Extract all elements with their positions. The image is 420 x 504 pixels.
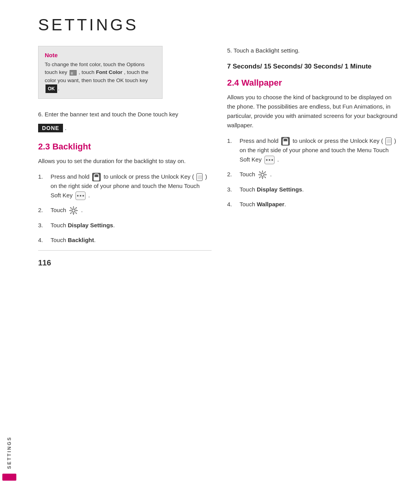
wall-step1-text-a: Press and hold — [240, 137, 278, 144]
wallpaper-step-3: 3. Touch Display Settings. — [227, 185, 401, 194]
wall-step-4-content: Touch Wallpaper. — [240, 200, 401, 209]
unlock-key-icon-wall-1: ⬜ — [385, 137, 392, 145]
page-title: SETTINGS — [38, 16, 401, 34]
options-menu-icon — [70, 70, 77, 76]
backlight-steps: 1. Press and hold — [38, 172, 212, 245]
step6-text: 6. Enter the banner text and touch the D… — [38, 110, 212, 119]
svg-point-2 — [72, 209, 75, 212]
step3-text-pre: Touch — [51, 222, 68, 228]
section-24-heading: 2.4 Wallpaper — [227, 78, 401, 88]
step6-label: 6. Enter the banner text and touch the D… — [38, 111, 178, 118]
menu-dots-icon-wall-1 — [264, 156, 275, 164]
section-24-description: Allows you to choose the kind of backgro… — [227, 93, 401, 130]
step2-text: Touch — [51, 207, 66, 213]
wall-step-num-1: 1. — [227, 136, 238, 146]
wallpaper-step-1: 1. Press and hold — [227, 136, 401, 164]
step1-text-b: to unlock or press the Unlock Key ( — [103, 173, 194, 180]
svg-point-6 — [261, 173, 264, 176]
wall-step1-text-b: to unlock or press the Unlock Key ( — [292, 137, 383, 144]
main-content: SETTINGS Note To change the font color, … — [19, 0, 420, 504]
col-left: Note To change the font color, touch the… — [38, 46, 212, 488]
step4-text-bold: Backlight — [68, 237, 94, 243]
sidebar: SETTINGS — [0, 0, 19, 504]
wall-step-2-content: Touch . — [240, 170, 401, 179]
section-23-description: Allows you to set the duration for the b… — [38, 156, 212, 166]
wallpaper-steps: 1. Press and hold — [227, 136, 401, 209]
note-box: Note To change the font color, touch the… — [38, 46, 163, 99]
note-text: To change the font color, touch the Opti… — [45, 61, 156, 93]
page-wrapper: SETTINGS SETTINGS Note To change the fon… — [0, 0, 420, 504]
section-23-heading: 2.3 Backlight — [38, 142, 212, 152]
wall-step4-text-pre: Touch — [240, 201, 257, 207]
svg-rect-0 — [93, 177, 100, 181]
seconds-highlight: 7 Seconds/ 15 Seconds/ 30 Seconds/ 1 Min… — [227, 61, 401, 72]
wallpaper-step-2: 2. Touch . — [227, 170, 401, 179]
step-num-3: 3. — [38, 221, 49, 230]
wall-step-3-content: Touch Display Settings. — [240, 185, 401, 194]
wall-step-num-2: 2. — [227, 170, 238, 179]
page-footer: 116 — [38, 250, 212, 267]
menu-dots-icon-1 — [75, 191, 86, 200]
section-23: 2.3 Backlight Allows you to set the dura… — [38, 142, 212, 245]
wall-step-1-content: Press and hold to unlock or press the Un… — [240, 136, 401, 164]
step-4-content: Touch Backlight. — [51, 235, 212, 245]
unlock-key-icon-1: ⬜ — [196, 173, 203, 181]
gear-icon-2 — [69, 206, 78, 215]
note-title: Note — [45, 52, 156, 58]
step6-area: 6. Enter the banner text and touch the D… — [38, 110, 212, 132]
wall-step3-text-bold: Display Settings — [257, 186, 302, 193]
step-2-content: Touch . — [51, 205, 212, 215]
svg-point-5 — [285, 142, 286, 144]
svg-point-1 — [96, 178, 97, 179]
wall-step3-text-pre: Touch — [240, 186, 257, 193]
step5-text: 5. Touch a Backlight setting. — [227, 46, 401, 55]
step1-text-a: Press and hold — [51, 173, 89, 180]
step-num-2: 2. — [38, 205, 49, 215]
section-24: 2.4 Wallpaper Allows you to choose the k… — [227, 78, 401, 209]
backlight-step-1: 1. Press and hold — [38, 172, 212, 200]
step3-text-bold: Display Settings — [68, 222, 113, 228]
step-num-4: 4. — [38, 235, 49, 245]
step-num-1: 1. — [38, 172, 49, 181]
backlight-step-2: 2. Touch — [38, 205, 212, 215]
lock-icon-wall-1 — [281, 137, 290, 146]
col-right: 5. Touch a Backlight setting. 7 Seconds/… — [227, 46, 401, 488]
sidebar-label: SETTINGS — [7, 436, 12, 469]
wall-step4-text-bold: Wallpaper — [257, 201, 284, 207]
ok-button-display: OK — [46, 84, 57, 93]
sidebar-bar — [2, 474, 16, 481]
note-text-2: , touch — [79, 69, 94, 75]
wall-step-num-4: 4. — [227, 200, 238, 209]
columns: Note To change the font color, touch the… — [38, 46, 401, 488]
backlight-step-3: 3. Touch Display Settings. — [38, 221, 212, 230]
page-number: 116 — [38, 258, 51, 267]
backlight-step-4: 4. Touch Backlight. — [38, 235, 212, 245]
lock-icon-1 — [92, 173, 101, 181]
step-3-content: Touch Display Settings. — [51, 221, 212, 230]
wall-step2-text: Touch — [240, 171, 255, 177]
note-font-bold: Font Color — [96, 69, 122, 75]
gear-icon-wall-2 — [258, 170, 267, 179]
wallpaper-step-4: 4. Touch Wallpaper. — [227, 200, 401, 209]
step-1-content: Press and hold to unlock or pres — [51, 172, 212, 200]
done-button-display: DONE — [38, 124, 63, 132]
svg-rect-4 — [282, 141, 289, 145]
step4-text-pre: Touch — [51, 237, 68, 243]
wall-step-num-3: 3. — [227, 185, 238, 194]
